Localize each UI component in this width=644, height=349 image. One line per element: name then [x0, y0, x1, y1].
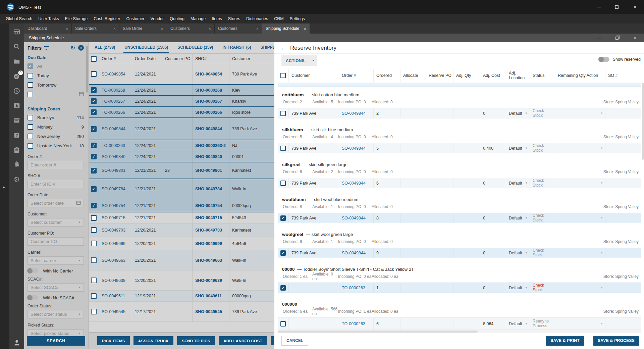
row-checkbox[interactable] [91, 241, 97, 246]
order-row[interactable]: SO-0049611 12/19/2021 SHO-0049611 00000q… [89, 291, 274, 302]
order-row[interactable]: SO-0049545 12/17/2021 SHO-0049545 739 Pa… [89, 302, 274, 322]
row-checkbox[interactable] [91, 98, 97, 104]
document-tab[interactable]: Customers × [167, 23, 215, 34]
adj-qty-cell[interactable] [453, 248, 480, 258]
order-number-link[interactable]: TO-0000267 [99, 96, 132, 106]
order-row[interactable]: SO-0049699 12/20/2021 SHO-0049699 456456 [89, 237, 274, 250]
order-action-button[interactable]: PICK ITEMS [97, 336, 130, 345]
expand-sidebar-icon[interactable]: ▸ [3, 185, 5, 189]
row-checkbox[interactable] [91, 186, 97, 192]
inventory-row[interactable]: 739 Park Ave SO-0049844 9 0 Default [278, 248, 641, 258]
order-number-link[interactable]: SO-0049639 [99, 270, 132, 290]
sho-number-link[interactable]: SHO-0049801 [193, 162, 229, 179]
shipping-zone-option[interactable]: Brooklyn 114 [28, 113, 84, 122]
vertical-scrollbar[interactable] [642, 69, 644, 330]
inventory-row[interactable]: 739 Park Ave SO-0049844 5 0.400 Default [278, 143, 641, 153]
store-icon[interactable] [13, 116, 21, 124]
order-number-link[interactable]: SO-0049844 [339, 108, 374, 118]
sho-number-link[interactable]: SHO-0049754 [193, 199, 229, 212]
order-row[interactable]: SO-0049854 12/24/2021 SHO-0049854 739 Pa… [89, 64, 274, 84]
order-action-button[interactable]: SEND TO PICK [177, 336, 215, 345]
adj-location-select[interactable]: Default ▼ [506, 178, 530, 188]
column-header[interactable]: Remaining Qty Action [555, 69, 605, 82]
tab-close-icon[interactable]: × [256, 26, 259, 31]
adj-cost-cell[interactable]: 8.064 [480, 318, 506, 330]
order-row[interactable]: SO-0049703 12/20/2021 SHO-0049703 Karina… [89, 223, 274, 237]
dashboard-icon[interactable] [13, 28, 21, 36]
inventory-row[interactable]: TO-0000263 6 8.064 Default ▼ [278, 317, 641, 330]
inventory-row[interactable]: TO-0000263 1 0 Default ▼ [278, 283, 641, 293]
allocate-cell[interactable] [400, 178, 426, 188]
order-number-link[interactable]: SO-0049611 [99, 291, 132, 301]
show-reserved-toggle[interactable]: Show reserved [599, 57, 641, 62]
sho-number-link[interactable]: SHO-0049703 [193, 223, 229, 237]
row-checkbox[interactable] [280, 181, 286, 186]
order-row[interactable]: SO-0049840 12/24/2021 SHO-0049840 00001 [89, 151, 274, 162]
horizontal-scrollbar[interactable] [278, 330, 641, 333]
order-action-button[interactable]: SPLIT [271, 336, 274, 345]
order-number-link[interactable]: SO-0049663 [99, 250, 132, 270]
order-status-select[interactable]: Select order status ▼ [28, 310, 84, 318]
sho-number-link[interactable]: SHO-0049639 [193, 270, 229, 290]
chevron-down-icon[interactable]: ▼ [309, 55, 317, 66]
status-tab[interactable]: SCHEDULED (159) [176, 42, 214, 53]
row-checkbox[interactable] [280, 285, 286, 291]
actions-button[interactable]: ACTIONS ▼ [281, 55, 317, 66]
calendar-icon[interactable] [76, 200, 81, 206]
help-clipboard-icon[interactable]: ? [13, 131, 21, 139]
remaining-qty-action-select[interactable]: ▼ [555, 143, 605, 153]
inventory-row[interactable]: 739 Park Ave SO-0049844 6 0 Default [278, 178, 641, 188]
minimize-button[interactable] [590, 0, 608, 14]
menu-item[interactable]: Customer [123, 16, 147, 21]
order-number-input[interactable] [28, 161, 84, 169]
adj-cost-cell[interactable]: 0 [480, 213, 506, 223]
allocate-cell[interactable] [400, 283, 426, 293]
order-action-button[interactable]: ADD LANDED COST [219, 336, 267, 345]
row-checkbox[interactable] [91, 309, 97, 314]
row-checkbox[interactable] [280, 321, 286, 327]
column-header[interactable]: Order # [99, 54, 132, 64]
document-tab[interactable]: Shipping Schedule × [262, 23, 310, 34]
column-header[interactable]: Adj. Qty [453, 69, 480, 82]
menu-item[interactable]: Quoting [167, 16, 187, 21]
menu-item[interactable]: Settings [287, 16, 308, 21]
row-checkbox[interactable] [91, 203, 97, 208]
sho-number-link[interactable]: SHO-0000266 [193, 107, 229, 117]
sho-number-link[interactable]: SHO-0049699 [193, 237, 229, 250]
reserve-po-cell[interactable] [426, 318, 453, 330]
search-button[interactable]: SEARCH [27, 336, 85, 346]
remaining-qty-action-select[interactable]: ▼ [555, 283, 605, 293]
tab-close-icon[interactable]: × [65, 26, 68, 31]
close-filters-icon[interactable]: × [78, 45, 84, 51]
due-date-option[interactable]: Today [28, 71, 84, 80]
adj-qty-cell[interactable] [453, 143, 480, 153]
reserve-po-cell[interactable] [426, 143, 453, 153]
status-tab[interactable]: UNSCHEDULED (1505) [123, 42, 169, 53]
allocate-cell[interactable] [400, 143, 426, 153]
adj-location-select[interactable]: Default ▼ [506, 283, 530, 293]
menu-item[interactable]: CRM [271, 16, 286, 21]
order-number-link[interactable]: SO-0049715 [99, 212, 132, 223]
panel-close-button[interactable]: × [626, 34, 644, 42]
menu-item[interactable]: Manage [187, 16, 209, 21]
sho-number-link[interactable]: SHO-0049854 [193, 64, 229, 84]
select-all-checkbox[interactable] [280, 73, 286, 78]
tasks-check-icon[interactable]: 0 [13, 72, 21, 80]
checkbox[interactable] [28, 92, 33, 97]
sho-number-link[interactable]: SHO-0049784 [193, 179, 229, 199]
row-checkbox[interactable] [280, 215, 286, 221]
row-checkbox[interactable] [280, 111, 286, 116]
remaining-qty-action-select[interactable]: ▼ [555, 318, 605, 330]
menu-item[interactable]: Items [209, 16, 225, 21]
reserve-po-cell[interactable] [426, 178, 453, 188]
cancel-button[interactable]: CANCEL [281, 336, 308, 346]
row-checkbox[interactable] [280, 146, 286, 151]
adj-location-select[interactable]: Default ▼ [506, 248, 530, 258]
order-row[interactable]: TO-0000266 12/24/2021 SHO-0000266 Iqos s… [89, 106, 274, 117]
folder-icon[interactable] [13, 57, 21, 65]
order-number-link[interactable]: TO-0000266 [99, 107, 132, 117]
menu-item[interactable]: Cash Register [91, 16, 123, 21]
column-header[interactable]: Adj. Cost [480, 69, 506, 82]
maximize-button[interactable] [608, 0, 626, 14]
sho-number-link[interactable]: SHO-0049545 [193, 302, 229, 321]
